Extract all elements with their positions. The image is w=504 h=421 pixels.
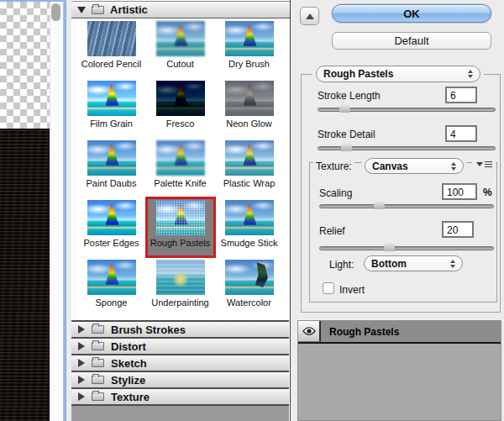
category-label: Texture <box>111 391 150 403</box>
slider-thumb[interactable] <box>374 199 385 209</box>
filter-thumb-plastic-wrap[interactable]: Plastic Wrap <box>215 138 284 197</box>
category-row-stylize[interactable]: Stylize <box>71 372 289 389</box>
category-row-texture[interactable]: Texture <box>71 389 289 406</box>
scaling-percent-suffix: % <box>483 187 492 198</box>
filter-thumb-underpainting[interactable]: Underpainting <box>146 257 215 317</box>
folder-closed-icon <box>92 325 104 334</box>
sailboat-graphic <box>175 24 188 46</box>
filter-thumb-label: Neon Glow <box>226 118 271 129</box>
collapsed-triangle-icon <box>78 392 85 401</box>
filter-thumb-neon-glow[interactable]: Neon Glow <box>215 78 284 138</box>
filter-thumb-label: Smudge Stick <box>221 238 278 248</box>
preview-scrollbar-thumb[interactable] <box>51 3 60 21</box>
filter-thumbnail-grid: Colored PencilCutoutDry BrushFilm GrainF… <box>71 18 289 317</box>
popup-stepper-icon <box>451 162 456 171</box>
image-preview[interactable] <box>0 0 66 421</box>
scaling-label: Scaling <box>319 187 352 199</box>
menu-lines-icon <box>485 161 492 167</box>
sailboat-graphic <box>106 203 119 225</box>
sailboat-graphic <box>175 84 188 106</box>
texture-select-value: Canvas <box>372 161 446 172</box>
preview-focus-ring-top <box>0 0 66 2</box>
category-label: Artistic <box>110 3 148 16</box>
film-grain-thumbnail-image <box>87 81 136 116</box>
category-label: Sketch <box>111 357 147 370</box>
filter-thumb-label: Dry Brush <box>228 59 270 69</box>
popup-stepper-icon <box>468 70 473 78</box>
collapsed-triangle-icon <box>78 325 85 334</box>
sailboat-graphic <box>106 144 119 166</box>
stroke-length-input[interactable]: 6 <box>445 87 477 103</box>
watercolor-thumbnail-image <box>225 260 274 295</box>
filter-thumb-paint-daubs[interactable]: Paint Daubs <box>77 138 146 197</box>
dry-brush-thumbnail-image <box>225 21 274 56</box>
filter-thumb-smudge-stick[interactable]: Smudge Stick <box>215 197 284 257</box>
invert-checkbox[interactable] <box>323 282 334 294</box>
scaling-slider[interactable] <box>319 199 494 211</box>
relief-slider[interactable] <box>319 241 494 253</box>
preview-focus-ring-right <box>63 0 66 421</box>
category-row-sketch[interactable]: Sketch <box>71 355 289 372</box>
default-button[interactable]: Default <box>332 32 491 50</box>
sailboat-graphic <box>106 263 119 285</box>
texture-options-menu-button[interactable] <box>474 159 494 169</box>
light-label: Light: <box>329 259 354 271</box>
sponge-thumbnail-image <box>87 260 136 295</box>
category-header-artistic[interactable]: Artistic <box>71 1 290 18</box>
texture-label: Texture: <box>316 161 352 172</box>
collapse-panel-button[interactable] <box>300 7 319 25</box>
sailboat-graphic <box>244 84 257 106</box>
stroke-detail-input[interactable]: 4 <box>445 125 477 142</box>
category-row-distort[interactable]: Distort <box>71 339 289 355</box>
filter-thumb-fresco[interactable]: Fresco <box>146 78 215 138</box>
default-button-label: Default <box>394 34 428 47</box>
stroke-detail-slider[interactable] <box>318 141 496 153</box>
slider-thumb[interactable] <box>341 141 352 151</box>
filter-thumb-label: Palette Knife <box>154 178 206 188</box>
filter-thumb-dry-brush[interactable]: Dry Brush <box>215 18 284 78</box>
filter-thumb-label: Colored Pencil <box>81 59 142 69</box>
sailboat-graphic <box>244 203 257 225</box>
slider-thumb[interactable] <box>339 103 350 113</box>
filter-thumb-film-grain[interactable]: Film Grain <box>77 78 146 138</box>
filter-thumb-label: Paint Daubs <box>87 178 137 188</box>
filter-thumb-label: Sponge <box>96 297 128 308</box>
filter-thumb-label: Watercolor <box>227 297 271 308</box>
layer-visibility-eye-icon[interactable] <box>298 321 321 342</box>
invert-label: Invert <box>339 284 365 296</box>
filter-thumb-rough-pastels[interactable]: Rough Pastels <box>146 197 215 257</box>
stroke-length-slider[interactable] <box>318 103 496 114</box>
filter-thumb-label: Cutout <box>166 59 193 69</box>
filter-select-dropdown[interactable]: Rough Pastels <box>316 66 480 82</box>
filter-thumb-label: Rough Pastels <box>150 238 211 248</box>
scaling-input[interactable]: 100 <box>442 183 477 200</box>
plastic-wrap-thumbnail-image <box>225 140 274 176</box>
texture-select-dropdown[interactable]: Canvas <box>365 158 464 174</box>
filter-thumb-colored-pencil[interactable]: Colored Pencil <box>77 18 146 78</box>
relief-input[interactable]: 20 <box>442 221 474 238</box>
smudge-stick-thumbnail-image <box>225 200 274 235</box>
neon-glow-thumbnail-image <box>225 81 274 116</box>
sailboat-graphic <box>175 144 188 166</box>
collapsed-triangle-icon <box>78 359 85 367</box>
stroke-length-label: Stroke Length <box>318 90 381 102</box>
triangle-down-icon <box>476 162 483 166</box>
slider-track <box>319 204 494 208</box>
filter-thumb-label: Plastic Wrap <box>223 178 276 188</box>
preview-scrollbar-track[interactable] <box>50 2 63 421</box>
slider-thumb[interactable] <box>384 241 395 251</box>
filter-thumb-label: Underpainting <box>151 297 209 308</box>
effect-layer-row[interactable]: Rough Pastels <box>298 321 501 344</box>
folder-closed-icon <box>92 376 104 384</box>
filter-thumb-poster-edges[interactable]: Poster Edges <box>77 197 146 257</box>
collapsed-category-list: Brush StrokesDistortSketchStylizeTexture <box>71 320 289 421</box>
ok-button[interactable]: OK <box>332 4 491 23</box>
category-label: Distort <box>111 340 146 353</box>
filter-thumb-sponge[interactable]: Sponge <box>77 257 146 317</box>
light-direction-dropdown[interactable]: Bottom <box>364 255 463 271</box>
category-row-brush-strokes[interactable]: Brush Strokes <box>71 322 289 339</box>
expanded-triangle-icon <box>77 7 86 13</box>
filter-thumb-watercolor[interactable]: Watercolor <box>215 257 284 317</box>
filter-thumb-palette-knife[interactable]: Palette Knife <box>146 138 215 197</box>
filter-thumb-cutout[interactable]: Cutout <box>146 18 215 78</box>
